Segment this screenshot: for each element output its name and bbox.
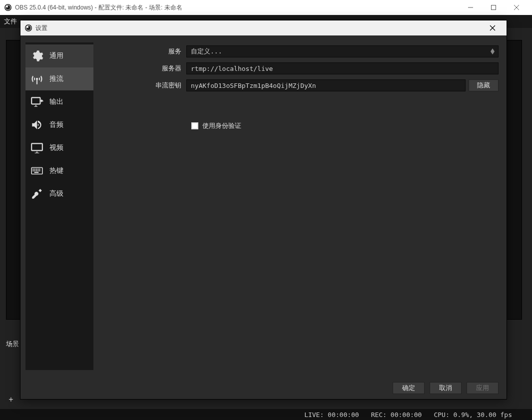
tools-icon bbox=[29, 186, 44, 201]
settings-dialog: 设置 通用 推流 输出 bbox=[20, 20, 507, 400]
svg-rect-20 bbox=[32, 170, 33, 171]
obs-logo-icon bbox=[4, 3, 12, 11]
server-label: 服务器 bbox=[101, 64, 186, 73]
sidebar-item-advanced[interactable]: 高级 bbox=[25, 182, 93, 205]
use-auth-row: 使用身份验证 bbox=[191, 121, 499, 130]
svg-rect-22 bbox=[36, 170, 37, 171]
service-label: 服务 bbox=[101, 47, 186, 56]
svg-rect-18 bbox=[37, 169, 38, 170]
gear-icon bbox=[29, 48, 44, 63]
monitor-output-icon bbox=[29, 94, 44, 109]
sidebar-item-label: 热键 bbox=[49, 166, 63, 175]
sidebar-item-audio[interactable]: 音频 bbox=[25, 113, 93, 136]
menu-file[interactable]: 文件 bbox=[4, 17, 17, 26]
status-live: LIVE: 00:00:00 bbox=[304, 411, 359, 419]
use-auth-checkbox[interactable] bbox=[191, 122, 198, 129]
status-rec: REC: 00:00:00 bbox=[371, 411, 422, 419]
sidebar-item-label: 音频 bbox=[49, 120, 63, 129]
hide-streamkey-button[interactable]: 隐藏 bbox=[469, 79, 499, 91]
svg-rect-15 bbox=[32, 169, 33, 170]
dialog-titlebar: 设置 bbox=[20, 20, 507, 35]
sidebar-item-video[interactable]: 视频 bbox=[25, 136, 93, 159]
main-window-titlebar: OBS 25.0.4 (64-bit, windows) - 配置文件: 未命名… bbox=[0, 0, 532, 15]
service-select[interactable]: 自定义... bbox=[186, 45, 499, 57]
svg-rect-25 bbox=[34, 172, 39, 173]
svg-rect-16 bbox=[34, 169, 35, 170]
sidebar-item-label: 高级 bbox=[49, 189, 63, 198]
close-button[interactable] bbox=[505, 0, 528, 15]
maximize-button[interactable] bbox=[482, 0, 505, 15]
sidebar-item-label: 通用 bbox=[49, 51, 63, 60]
sidebar-item-stream[interactable]: 推流 bbox=[25, 67, 93, 90]
stream-settings-form: 服务 自定义... 服务器 rtmp://localhost/live bbox=[93, 35, 507, 377]
dialog-close-button[interactable] bbox=[483, 20, 503, 35]
antenna-icon bbox=[29, 71, 44, 86]
status-cpu: CPU: 0.9%, 30.00 fps bbox=[434, 411, 512, 419]
svg-rect-19 bbox=[39, 169, 40, 170]
sidebar-item-label: 视频 bbox=[49, 143, 63, 152]
use-auth-label: 使用身份验证 bbox=[202, 121, 241, 130]
add-scene-button[interactable]: + bbox=[5, 394, 17, 405]
streamkey-input[interactable]: nyAKfoD13oSFBpTzm1pB4oQijMZjDyXn bbox=[186, 79, 466, 91]
minimize-button[interactable] bbox=[459, 0, 482, 15]
server-row: 服务器 rtmp://localhost/live bbox=[101, 62, 499, 74]
scenes-panel-label: 场景 bbox=[6, 340, 19, 349]
window-title: OBS 25.0.4 (64-bit, windows) - 配置文件: 未命名… bbox=[15, 3, 459, 12]
svg-rect-24 bbox=[39, 170, 40, 171]
dialog-title: 设置 bbox=[35, 24, 483, 32]
ok-button[interactable]: 确定 bbox=[393, 382, 425, 394]
dialog-body: 通用 推流 输出 音频 bbox=[20, 35, 507, 377]
dialog-footer: 确定 取消 应用 bbox=[20, 377, 507, 399]
speaker-icon bbox=[29, 117, 44, 132]
apply-button[interactable]: 应用 bbox=[467, 382, 499, 394]
service-value: 自定义... bbox=[191, 47, 222, 56]
sidebar-item-label: 输出 bbox=[49, 97, 63, 106]
window-controls bbox=[459, 0, 528, 15]
monitor-icon bbox=[29, 140, 44, 155]
svg-point-9 bbox=[26, 26, 28, 28]
server-input[interactable]: rtmp://localhost/live bbox=[186, 62, 499, 74]
sidebar-item-label: 推流 bbox=[49, 74, 63, 83]
sidebar-item-output[interactable]: 输出 bbox=[25, 90, 93, 113]
svg-rect-23 bbox=[37, 170, 38, 171]
svg-rect-13 bbox=[31, 143, 42, 150]
keyboard-icon bbox=[29, 163, 44, 178]
svg-rect-12 bbox=[31, 97, 40, 104]
sidebar-item-hotkeys[interactable]: 热键 bbox=[25, 159, 93, 182]
obs-logo-icon bbox=[24, 24, 32, 32]
svg-rect-4 bbox=[492, 5, 496, 10]
settings-sidebar: 通用 推流 输出 音频 bbox=[25, 42, 93, 370]
service-row: 服务 自定义... bbox=[101, 45, 499, 57]
svg-rect-21 bbox=[34, 170, 35, 171]
cancel-button[interactable]: 取消 bbox=[430, 382, 462, 394]
svg-point-2 bbox=[6, 5, 8, 7]
svg-rect-17 bbox=[36, 169, 37, 170]
streamkey-value: nyAKfoD13oSFBpTzm1pB4oQijMZjDyXn bbox=[191, 82, 316, 89]
dropdown-arrows-icon bbox=[489, 47, 496, 56]
status-bar: LIVE: 00:00:00 REC: 00:00:00 CPU: 0.9%, … bbox=[0, 409, 532, 420]
streamkey-label: 串流密钥 bbox=[101, 81, 186, 90]
sidebar-item-general[interactable]: 通用 bbox=[25, 44, 93, 67]
server-value: rtmp://localhost/live bbox=[191, 65, 273, 72]
streamkey-row: 串流密钥 nyAKfoD13oSFBpTzm1pB4oQijMZjDyXn 隐藏 bbox=[101, 79, 499, 91]
